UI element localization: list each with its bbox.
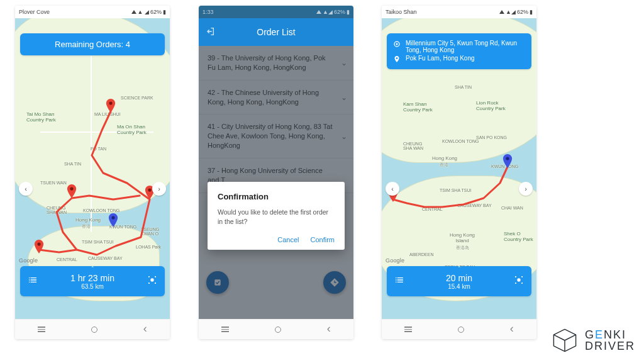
map-next-button[interactable]: › <box>152 182 166 196</box>
origin-text: Millennium City 5, Kwun Tong Rd, Kwun To… <box>406 40 525 53</box>
brand-letter-e: E <box>595 328 604 341</box>
status-right: ▲◢ 62% ▮ <box>499 9 533 15</box>
dialog-title: Confirmation <box>218 192 335 201</box>
trip-summary-text: 20 min 15.4 km <box>446 273 472 290</box>
nav-home-button[interactable] <box>91 327 97 333</box>
chevron-up-icon: ˄ <box>91 265 94 272</box>
order-list[interactable]: 39 - The University of Hong Kong, Pok Fu… <box>199 46 353 319</box>
nav-back-button[interactable] <box>143 325 147 334</box>
cancel-button[interactable]: Cancel <box>277 236 299 243</box>
list-icon[interactable] <box>28 275 38 288</box>
dialog-body: Would you like to delete the first order… <box>218 208 335 226</box>
app-bar-title: Order List <box>257 27 295 37</box>
map[interactable]: Hong Kong 香港 Hong Kong Island 香港岛 Tai Mo… <box>15 18 170 319</box>
android-nav-bar <box>15 319 170 339</box>
brand-letter-g: G <box>585 328 595 341</box>
trip-summary-bar[interactable]: ˄ 20 min 15.4 km <box>387 266 531 296</box>
brand-logo: GENKI DRIVER <box>551 327 635 354</box>
svg-point-5 <box>151 279 153 281</box>
status-bar: Plover Cove ▲ ◢ 62% ▮ <box>15 6 170 18</box>
android-nav-bar <box>199 319 353 339</box>
recenter-icon[interactable] <box>147 275 157 288</box>
map-pin-red-3 <box>67 184 77 198</box>
brand-letters-nki: NKI <box>604 328 626 341</box>
origin-icon <box>393 40 401 48</box>
svg-point-2 <box>70 187 73 191</box>
nav-back-button[interactable] <box>327 325 331 334</box>
svg-point-3 <box>37 243 40 246</box>
map-prev-button[interactable]: ‹ <box>19 182 33 196</box>
trip-summary-bar[interactable]: ˄ 1 hr 23 min 63.5 km <box>20 266 165 296</box>
nav-recents-button[interactable] <box>404 327 412 332</box>
recenter-icon[interactable] <box>514 275 524 288</box>
nav-recents-button[interactable] <box>38 327 45 332</box>
cube-icon <box>551 327 579 354</box>
svg-point-0 <box>109 102 112 105</box>
svg-point-11 <box>518 279 520 281</box>
status-right: ▲◢ 62% ▮ <box>316 9 350 15</box>
map-prev-button[interactable]: ‹ <box>386 182 399 196</box>
status-right: ▲ ◢ 62% ▮ <box>131 9 166 15</box>
map-pin-origin-blue <box>502 154 513 168</box>
status-location-hint: Taikoo Shan <box>386 9 417 15</box>
nav-recents-button[interactable] <box>221 327 229 332</box>
map-pin-red-1 <box>106 99 116 113</box>
destination-icon <box>393 55 401 63</box>
route-endpoints-banner: Millennium City 5, Kwun Tong Rd, Kwun To… <box>387 33 531 69</box>
android-nav-bar <box>382 319 536 339</box>
nav-home-button[interactable] <box>275 327 281 333</box>
google-attribution: Google <box>19 257 38 264</box>
svg-point-4 <box>111 216 114 220</box>
map-pin-current-blue <box>108 213 118 227</box>
destination-text: Pok Fu Lam, Hong Kong <box>406 55 475 62</box>
svg-point-1 <box>148 189 151 192</box>
brand-line2: DRIVER <box>585 340 635 352</box>
nav-back-button[interactable] <box>510 325 514 334</box>
trip-summary-text: 1 hr 23 min 63.5 km <box>70 273 114 290</box>
map-pin-red-4 <box>34 240 44 254</box>
confirm-button[interactable]: Confirm <box>310 236 335 243</box>
confirmation-dialog: Confirmation Would you like to delete th… <box>208 182 345 250</box>
status-bar: 1:33 ▲◢ 62% ▮ <box>199 6 353 18</box>
status-bar: Taikoo Shan ▲◢ 62% ▮ <box>382 6 536 18</box>
map-next-button[interactable]: › <box>519 182 533 196</box>
google-attribution: Google <box>386 257 404 264</box>
exit-icon[interactable] <box>205 26 215 38</box>
svg-point-10 <box>396 43 398 45</box>
status-location-hint: Plover Cove <box>19 9 50 15</box>
app-bar: Order List <box>199 18 353 46</box>
phone-navigation: Taikoo Shan ▲◢ 62% ▮ Hong Kong 香港 Hong K… <box>382 6 536 339</box>
svg-point-8 <box>506 157 509 160</box>
phone-order-list: 1:33 ▲◢ 62% ▮ Order List 39 - The Univer… <box>199 6 353 339</box>
nav-home-button[interactable] <box>458 327 464 333</box>
phone-remaining-orders: Plover Cove ▲ ◢ 62% ▮ Hong Kong 香港 Hong … <box>15 6 170 339</box>
status-time: 1:33 <box>203 9 214 15</box>
map[interactable]: Hong Kong 香港 Hong Kong Island 香港岛 Kam Sh… <box>382 18 536 319</box>
list-icon[interactable] <box>394 275 404 288</box>
chevron-up-icon: ˄ <box>458 265 461 272</box>
remaining-orders-banner: Remaining Orders: 4 <box>20 33 165 55</box>
